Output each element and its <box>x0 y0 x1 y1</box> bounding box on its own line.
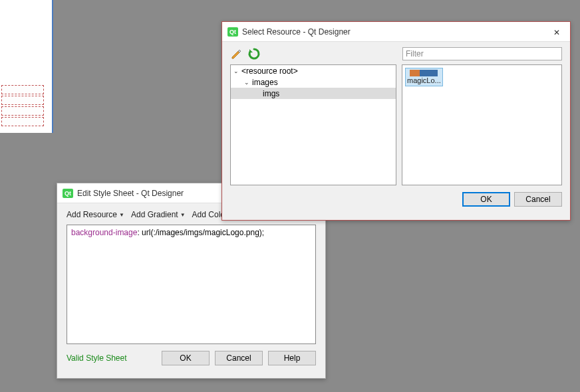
add-resource-button[interactable]: Add Resource ▼ <box>67 210 124 219</box>
window-title: Select Resource - Qt Designer <box>242 27 543 37</box>
css-property: background-image <box>71 228 137 237</box>
tree-label: imgs <box>261 89 279 98</box>
qt-logo-icon: Qt <box>227 27 238 37</box>
validation-status: Valid Style Sheet <box>67 353 127 363</box>
select-resource-dialog: Qt Select Resource - Qt Designer ✕ ⌄<res… <box>221 21 571 221</box>
chevron-down-icon: ▼ <box>119 212 124 218</box>
add-resource-label: Add Resource <box>67 210 117 219</box>
stylesheet-editor[interactable]: background-image: url(:/images/imgs/magi… <box>67 225 316 344</box>
add-color-label: Add Colo <box>192 210 225 219</box>
qt-logo-icon: Qt <box>63 189 73 198</box>
resource-list[interactable]: magicLo... <box>402 64 562 185</box>
tree-expand-icon[interactable]: ⌄ <box>232 68 240 74</box>
resource-item[interactable]: magicLo... <box>405 68 443 86</box>
ok-button[interactable]: OK <box>162 351 210 365</box>
add-color-button[interactable]: Add Colo <box>192 210 225 219</box>
edit-icon[interactable] <box>230 47 243 60</box>
close-icon: ✕ <box>553 28 560 37</box>
canvas-grid <box>0 0 47 80</box>
resource-name: magicLo... <box>407 76 441 84</box>
cancel-button[interactable]: Cancel <box>514 192 562 207</box>
resource-thumbnail <box>410 70 438 76</box>
canvas-widget <box>1 85 44 94</box>
help-button[interactable]: Help <box>268 351 316 365</box>
tree-row[interactable]: ⌄images <box>231 76 396 88</box>
designer-canvas <box>0 0 53 133</box>
reload-icon[interactable] <box>247 47 261 60</box>
canvas-widget <box>1 106 44 116</box>
tree-row[interactable]: ⌄<resource root> <box>231 65 396 76</box>
chevron-down-icon: ▼ <box>180 212 186 218</box>
css-value: : url(:/images/imgs/magicLogo.png); <box>137 228 264 237</box>
ok-button[interactable]: OK <box>462 192 510 207</box>
tree-label: <resource root> <box>240 66 298 76</box>
canvas-widget <box>1 96 44 105</box>
close-button[interactable]: ✕ <box>543 22 570 42</box>
resource-tree[interactable]: ⌄<resource root>⌄imagesimgs <box>230 64 396 185</box>
titlebar[interactable]: Qt Select Resource - Qt Designer ✕ <box>222 22 570 42</box>
canvas-widget <box>1 117 44 126</box>
add-gradient-button[interactable]: Add Gradient ▼ <box>131 210 186 219</box>
tree-row[interactable]: imgs <box>231 88 396 99</box>
add-gradient-label: Add Gradient <box>131 210 178 219</box>
tree-label: images <box>251 78 278 87</box>
filter-input[interactable] <box>402 47 562 60</box>
cancel-button[interactable]: Cancel <box>215 351 263 365</box>
tree-expand-icon[interactable]: ⌄ <box>243 79 251 86</box>
